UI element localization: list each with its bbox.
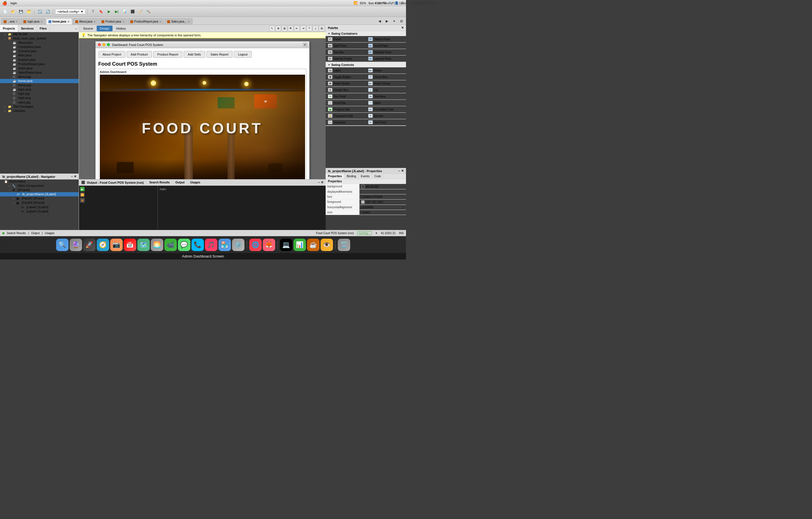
tab-expand[interactable]: ⊞ bbox=[398, 18, 405, 25]
sidebar-tab-files[interactable]: Files bbox=[37, 25, 50, 32]
prop-val-icon[interactable]: <none> bbox=[359, 210, 406, 215]
dock-terminal[interactable]: 💻 bbox=[280, 239, 292, 251]
dock-launchpad[interactable]: 🚀 bbox=[83, 239, 95, 251]
open-file-btn[interactable]: 📂 bbox=[9, 8, 16, 15]
palette-item-radio-button[interactable]: ◉ Radio Button bbox=[326, 80, 366, 87]
tree-salesreport[interactable]: ☕ SalesReport.java bbox=[0, 70, 79, 75]
tab-close-login[interactable]: ✕ bbox=[40, 20, 43, 23]
tab-close-sales[interactable]: ✕ bbox=[188, 20, 190, 23]
select-tool-btn[interactable]: ↖ bbox=[269, 26, 275, 31]
palette-item-button[interactable]: Btn Button bbox=[366, 67, 406, 74]
palette-item-separator[interactable]: — Separator bbox=[326, 119, 366, 126]
tab-ava[interactable]: ...ava ✕ bbox=[1, 18, 20, 25]
output-close[interactable]: ✕ bbox=[321, 181, 323, 184]
palette-item-progress-bar[interactable]: ▬ Progress Bar bbox=[326, 106, 366, 113]
jframe-x-btn[interactable]: ✕ bbox=[303, 43, 307, 47]
nav-form-home[interactable]: 📋 Form home bbox=[0, 180, 79, 184]
sidebar-tab-projects[interactable]: Projects bbox=[0, 25, 18, 32]
palette-item-panel[interactable]: P Panel bbox=[326, 36, 366, 42]
clean-btn[interactable]: 🧹 bbox=[137, 8, 144, 15]
palette-item-internal-frame[interactable]: IF Internal Frame bbox=[326, 56, 366, 62]
nav-lb-projectname[interactable]: 🏷 lb_projectName [JLabel] bbox=[0, 192, 79, 196]
status-stop-btn[interactable]: ✕ bbox=[375, 232, 378, 235]
align-right-btn[interactable]: ⇥ bbox=[300, 26, 306, 31]
dock-maps[interactable]: 🗺️ bbox=[137, 239, 150, 251]
prop-val-mnemonic[interactable] bbox=[359, 189, 406, 194]
palette-section-containers-header[interactable]: Swing Containers bbox=[326, 31, 406, 36]
connection-tool-btn[interactable]: ⊕ bbox=[276, 26, 281, 31]
tree-about-java[interactable]: ☕ About.java bbox=[0, 40, 79, 45]
dock-settings[interactable]: ⚙️ bbox=[232, 239, 244, 251]
tab-dropdown[interactable]: ▾ bbox=[391, 18, 398, 25]
prop-tab-binding[interactable]: Binding bbox=[344, 174, 358, 179]
tree-test-packages[interactable]: ▶ 📁 Test Packages bbox=[0, 104, 79, 109]
new-file-btn[interactable]: 📄 bbox=[2, 8, 8, 15]
tab-productreport[interactable]: ProductReport.java ✕ bbox=[128, 18, 164, 25]
btn-add-product[interactable]: Add Product bbox=[126, 51, 152, 58]
save-all-btn[interactable]: 🗂️ bbox=[25, 8, 32, 15]
tl-red[interactable] bbox=[98, 43, 101, 46]
tab-scroll-left[interactable]: ◀ bbox=[376, 18, 383, 25]
dock-siri[interactable]: 🔮 bbox=[70, 239, 82, 251]
navigator-minimize[interactable]: – bbox=[71, 175, 73, 178]
palette-item-combo-box[interactable]: ▼ Combo Box bbox=[326, 87, 366, 93]
output-tab-search[interactable]: Search Results bbox=[148, 180, 171, 185]
tree-meta-inf[interactable]: ▶ 📁 META-INF bbox=[0, 32, 79, 36]
nav-jpanel2[interactable]: ▼ ▦ jPanel2 [JPanel] bbox=[0, 201, 79, 205]
prop-tab-code[interactable]: Code bbox=[372, 174, 383, 179]
redo-btn[interactable]: ↪️ bbox=[44, 8, 51, 15]
tree-home-jpg[interactable]: 🖼 home.jpg bbox=[0, 83, 79, 87]
prop-val-foreground[interactable]: [187,187,187] bbox=[359, 200, 406, 205]
tab-about[interactable]: About.java ✕ bbox=[73, 18, 98, 25]
preview-btn[interactable]: 👁 bbox=[288, 26, 293, 31]
tab-close-home[interactable]: ✕ bbox=[67, 20, 70, 23]
palette-item-check-box[interactable]: ☑ Check Box bbox=[366, 74, 406, 80]
dock-itunes[interactable]: 🎵 bbox=[205, 239, 218, 251]
align-top-btn[interactable]: ⇡ bbox=[307, 26, 312, 31]
stop-btn[interactable]: ⬛ bbox=[129, 8, 136, 15]
prop-val-font[interactable]: Cambria 24 Bold bbox=[359, 194, 406, 199]
tree-sales-jpg[interactable]: 🖼 sales.jpg bbox=[0, 100, 79, 104]
undo-btn[interactable]: ↩️ bbox=[36, 8, 43, 15]
palette-item-toolbar[interactable]: TB Tool Bar bbox=[326, 49, 366, 56]
palette-item-password-field[interactable]: 🔒 Password Field bbox=[326, 113, 366, 119]
config-dropdown[interactable]: <default config> ▼ bbox=[55, 9, 85, 14]
properties-close[interactable]: ✕ bbox=[401, 169, 404, 173]
palette-item-button-group[interactable]: BG Button Group bbox=[366, 80, 406, 87]
tab-home[interactable]: home.java ✕ bbox=[46, 18, 72, 25]
palette-item-desktop-pane[interactable]: DP Desktop Pane bbox=[366, 49, 406, 56]
palette-close[interactable]: ✕ bbox=[401, 26, 404, 30]
build-btn[interactable]: 🔨 bbox=[145, 8, 152, 15]
palette-item-text-area[interactable]: TA Text Area bbox=[366, 93, 406, 100]
status-search[interactable]: Search Results bbox=[7, 232, 26, 235]
align-bottom-btn[interactable]: ⇣ bbox=[313, 26, 318, 31]
properties-minimize[interactable]: – bbox=[398, 169, 400, 173]
tree-connect[interactable]: ☕ Connect.java bbox=[0, 49, 79, 53]
palette-item-spinner[interactable]: ⟳ Spinner bbox=[366, 113, 406, 119]
tab-scroll-right[interactable]: ▶ bbox=[383, 18, 390, 25]
dock-facetime[interactable]: 📹 bbox=[164, 239, 177, 251]
palette-item-list[interactable]: ≡ List bbox=[366, 87, 406, 93]
btn-about-project[interactable]: About Project bbox=[98, 51, 125, 58]
nav-other-components[interactable]: ▶ 🔧 Other Components bbox=[0, 184, 79, 188]
palette-item-text-field[interactable]: TF Text Field bbox=[326, 93, 366, 100]
dock-firefox[interactable]: 🦊 bbox=[263, 239, 275, 251]
dock-trash[interactable]: 🗑️ bbox=[338, 239, 350, 251]
design-canvas[interactable]: Dashboard: Food Court POS System ✕ About… bbox=[79, 38, 326, 179]
save-btn[interactable]: 💾 bbox=[18, 8, 24, 15]
run-output-btn[interactable]: ▶ bbox=[80, 187, 85, 191]
btn-add-sells[interactable]: Add Sells bbox=[183, 51, 205, 58]
align-left-btn[interactable]: ⇤ bbox=[294, 26, 300, 31]
dock-java[interactable]: ☕ bbox=[307, 239, 319, 251]
prop-val-background[interactable]: [60,63,65] bbox=[359, 184, 406, 189]
tab-sales[interactable]: Sales.java... ✕ bbox=[165, 18, 192, 25]
palette-item-split-pane[interactable]: SP Split Pane bbox=[326, 42, 366, 49]
tree-login-java[interactable]: ☕ login.java bbox=[0, 87, 79, 92]
dock-finder[interactable]: 🔍 bbox=[56, 239, 68, 251]
prop-tab-properties[interactable]: Properties bbox=[326, 174, 344, 179]
clear-output-btn[interactable]: ✖ bbox=[80, 198, 85, 203]
stop-output-btn[interactable]: ⏩ bbox=[80, 192, 85, 197]
menu-login[interactable]: login bbox=[10, 1, 17, 5]
palette-item-toggle-button[interactable]: ▣ Toggle Button bbox=[326, 74, 366, 80]
subtab-source[interactable]: Source bbox=[80, 26, 96, 31]
